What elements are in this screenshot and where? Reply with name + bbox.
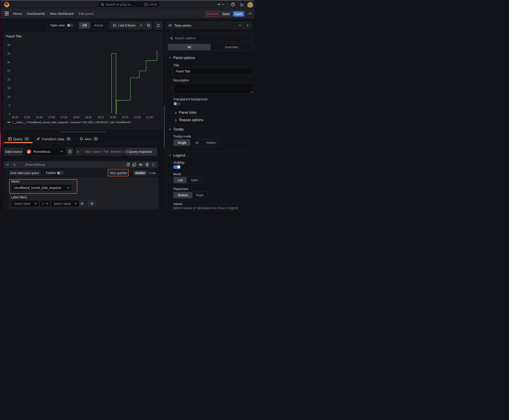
svg-text:20: 20	[8, 78, 11, 81]
svg-text:10: 10	[8, 95, 11, 98]
svg-text:18:30: 18:30	[85, 116, 92, 119]
svg-text:17:30: 17:30	[61, 116, 67, 119]
svg-text:5: 5	[9, 104, 10, 107]
svg-text:20:30: 20:30	[134, 116, 141, 119]
svg-text:30: 30	[8, 61, 11, 64]
svg-text:35: 35	[8, 52, 11, 55]
svg-text:16:30: 16:30	[36, 116, 43, 119]
svg-text:18:00: 18:00	[73, 116, 79, 119]
svg-text:0: 0	[9, 113, 10, 116]
svg-text:21:00: 21:00	[146, 116, 153, 119]
svg-text:15: 15	[8, 87, 11, 90]
svg-text:25: 25	[8, 69, 11, 73]
svg-text:17:00: 17:00	[48, 116, 55, 119]
svg-text:40: 40	[8, 44, 11, 47]
svg-text:19:30: 19:30	[109, 116, 116, 119]
svg-text:19:00: 19:00	[97, 116, 104, 119]
svg-text:16:00: 16:00	[24, 116, 30, 119]
svg-text:20:00: 20:00	[122, 116, 128, 119]
svg-text:15:30: 15:30	[11, 116, 18, 119]
